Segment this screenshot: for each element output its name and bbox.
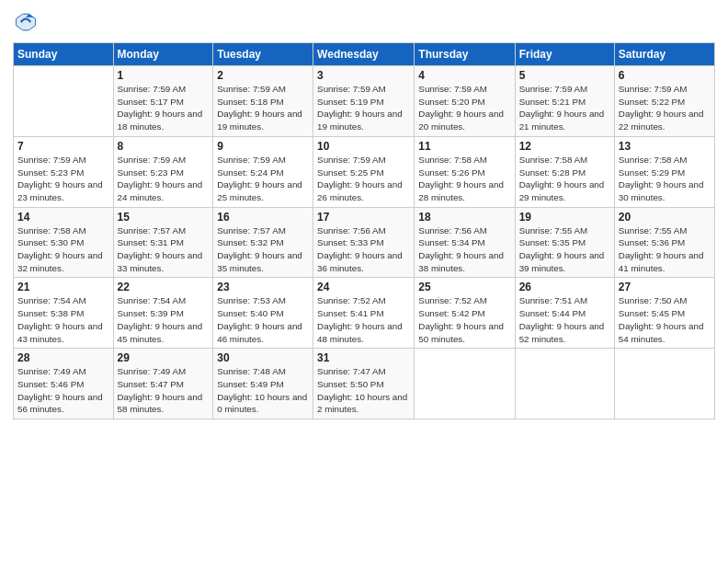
day-info: Sunrise: 7:59 AMSunset: 5:22 PMDaylight:… <box>619 84 704 132</box>
day-number: 17 <box>317 211 410 224</box>
table-row: 27Sunrise: 7:50 AMSunset: 5:45 PMDayligh… <box>614 278 714 349</box>
day-info: Sunrise: 7:59 AMSunset: 5:24 PMDaylight:… <box>217 155 302 202</box>
table-row: 25Sunrise: 7:52 AMSunset: 5:42 PMDayligh… <box>415 278 515 349</box>
table-row: 10Sunrise: 7:59 AMSunset: 5:25 PMDayligh… <box>313 136 415 207</box>
table-row <box>415 349 515 419</box>
logo <box>13 9 42 35</box>
day-number: 10 <box>317 140 410 153</box>
day-number: 16 <box>217 211 309 224</box>
table-row: 14Sunrise: 7:58 AMSunset: 5:30 PMDayligh… <box>14 207 114 278</box>
day-number: 20 <box>619 211 711 224</box>
day-info: Sunrise: 7:59 AMSunset: 5:23 PMDaylight:… <box>17 155 103 202</box>
day-info: Sunrise: 7:48 AMSunset: 5:49 PMDaylight:… <box>217 366 307 414</box>
table-row: 11Sunrise: 7:58 AMSunset: 5:26 PMDayligh… <box>415 136 515 207</box>
day-info: Sunrise: 7:58 AMSunset: 5:28 PMDaylight:… <box>519 155 605 202</box>
table-row: 22Sunrise: 7:54 AMSunset: 5:39 PMDayligh… <box>113 278 213 349</box>
week-row-1: 7Sunrise: 7:59 AMSunset: 5:23 PMDaylight… <box>14 136 715 207</box>
table-row: 9Sunrise: 7:59 AMSunset: 5:24 PMDaylight… <box>213 136 313 207</box>
day-number: 27 <box>619 281 711 293</box>
table-row: 1Sunrise: 7:59 AMSunset: 5:17 PMDaylight… <box>113 66 213 137</box>
dow-saturday: Saturday <box>614 43 714 66</box>
table-row: 2Sunrise: 7:59 AMSunset: 5:18 PMDaylight… <box>213 66 313 137</box>
day-number: 19 <box>519 211 610 224</box>
day-info: Sunrise: 7:52 AMSunset: 5:42 PMDaylight:… <box>418 295 504 343</box>
table-row: 12Sunrise: 7:58 AMSunset: 5:28 PMDayligh… <box>515 136 614 207</box>
day-number: 5 <box>519 69 610 82</box>
day-number: 9 <box>217 140 309 153</box>
day-number: 3 <box>317 69 410 82</box>
day-number: 31 <box>317 351 410 364</box>
logo-icon <box>13 9 39 35</box>
dow-thursday: Thursday <box>415 43 515 66</box>
table-row: 29Sunrise: 7:49 AMSunset: 5:47 PMDayligh… <box>113 349 213 419</box>
day-info: Sunrise: 7:59 AMSunset: 5:19 PMDaylight:… <box>317 84 403 132</box>
table-row: 6Sunrise: 7:59 AMSunset: 5:22 PMDaylight… <box>614 66 714 137</box>
day-info: Sunrise: 7:47 AMSunset: 5:50 PMDaylight:… <box>317 366 407 414</box>
day-number: 24 <box>317 281 410 293</box>
day-info: Sunrise: 7:59 AMSunset: 5:20 PMDaylight:… <box>418 84 504 132</box>
day-info: Sunrise: 7:51 AMSunset: 5:44 PMDaylight:… <box>519 295 605 343</box>
day-number: 7 <box>17 140 109 153</box>
table-row: 15Sunrise: 7:57 AMSunset: 5:31 PMDayligh… <box>113 207 213 278</box>
table-row <box>614 349 714 419</box>
day-number: 13 <box>619 140 711 153</box>
day-number: 8 <box>118 140 210 153</box>
day-info: Sunrise: 7:59 AMSunset: 5:18 PMDaylight:… <box>217 84 302 132</box>
day-number: 1 <box>118 69 210 82</box>
table-row: 7Sunrise: 7:59 AMSunset: 5:23 PMDaylight… <box>14 136 114 207</box>
day-number: 23 <box>217 281 309 293</box>
day-info: Sunrise: 7:58 AMSunset: 5:30 PMDaylight:… <box>17 225 103 273</box>
svg-marker-0 <box>17 13 36 32</box>
page-container: SundayMondayTuesdayWednesdayThursdayFrid… <box>0 0 728 427</box>
day-number: 21 <box>17 281 109 293</box>
day-number: 30 <box>217 351 309 364</box>
day-info: Sunrise: 7:50 AMSunset: 5:45 PMDaylight:… <box>619 295 704 343</box>
table-row: 13Sunrise: 7:58 AMSunset: 5:29 PMDayligh… <box>614 136 714 207</box>
day-of-week-header: SundayMondayTuesdayWednesdayThursdayFrid… <box>14 43 715 66</box>
dow-sunday: Sunday <box>14 43 114 66</box>
table-row: 16Sunrise: 7:57 AMSunset: 5:32 PMDayligh… <box>213 207 313 278</box>
day-number: 12 <box>519 140 610 153</box>
dow-wednesday: Wednesday <box>313 43 415 66</box>
day-info: Sunrise: 7:56 AMSunset: 5:33 PMDaylight:… <box>317 225 403 273</box>
table-row: 17Sunrise: 7:56 AMSunset: 5:33 PMDayligh… <box>313 207 415 278</box>
day-number: 2 <box>217 69 309 82</box>
table-row: 30Sunrise: 7:48 AMSunset: 5:49 PMDayligh… <box>213 349 313 419</box>
day-info: Sunrise: 7:59 AMSunset: 5:25 PMDaylight:… <box>317 155 403 202</box>
dow-tuesday: Tuesday <box>213 43 313 66</box>
day-info: Sunrise: 7:58 AMSunset: 5:26 PMDaylight:… <box>418 155 504 202</box>
day-number: 26 <box>519 281 610 293</box>
dow-monday: Monday <box>113 43 213 66</box>
dow-friday: Friday <box>515 43 614 66</box>
table-row: 3Sunrise: 7:59 AMSunset: 5:19 PMDaylight… <box>313 66 415 137</box>
table-row: 20Sunrise: 7:55 AMSunset: 5:36 PMDayligh… <box>614 207 714 278</box>
table-row: 8Sunrise: 7:59 AMSunset: 5:23 PMDaylight… <box>113 136 213 207</box>
day-info: Sunrise: 7:59 AMSunset: 5:23 PMDaylight:… <box>118 155 203 202</box>
day-info: Sunrise: 7:54 AMSunset: 5:38 PMDaylight:… <box>17 295 103 343</box>
day-info: Sunrise: 7:59 AMSunset: 5:17 PMDaylight:… <box>118 84 203 132</box>
day-number: 14 <box>17 211 109 224</box>
day-number: 18 <box>418 211 510 224</box>
table-row: 21Sunrise: 7:54 AMSunset: 5:38 PMDayligh… <box>14 278 114 349</box>
table-row <box>14 66 114 137</box>
day-info: Sunrise: 7:55 AMSunset: 5:36 PMDaylight:… <box>619 225 704 273</box>
day-number: 11 <box>418 140 510 153</box>
table-row <box>515 349 614 419</box>
table-row: 19Sunrise: 7:55 AMSunset: 5:35 PMDayligh… <box>515 207 614 278</box>
day-number: 25 <box>418 281 510 293</box>
table-row: 31Sunrise: 7:47 AMSunset: 5:50 PMDayligh… <box>313 349 415 419</box>
day-number: 6 <box>619 69 711 82</box>
day-info: Sunrise: 7:52 AMSunset: 5:41 PMDaylight:… <box>317 295 403 343</box>
day-number: 29 <box>118 351 210 364</box>
page-header <box>13 9 715 35</box>
week-row-4: 28Sunrise: 7:49 AMSunset: 5:46 PMDayligh… <box>14 349 715 419</box>
week-row-2: 14Sunrise: 7:58 AMSunset: 5:30 PMDayligh… <box>14 207 715 278</box>
week-row-3: 21Sunrise: 7:54 AMSunset: 5:38 PMDayligh… <box>14 278 715 349</box>
table-row: 24Sunrise: 7:52 AMSunset: 5:41 PMDayligh… <box>313 278 415 349</box>
calendar-table: SundayMondayTuesdayWednesdayThursdayFrid… <box>13 42 715 419</box>
day-info: Sunrise: 7:59 AMSunset: 5:21 PMDaylight:… <box>519 84 605 132</box>
day-info: Sunrise: 7:49 AMSunset: 5:46 PMDaylight:… <box>17 366 103 414</box>
calendar-body: 1Sunrise: 7:59 AMSunset: 5:17 PMDaylight… <box>14 66 715 419</box>
day-number: 22 <box>118 281 210 293</box>
day-info: Sunrise: 7:58 AMSunset: 5:29 PMDaylight:… <box>619 155 704 202</box>
